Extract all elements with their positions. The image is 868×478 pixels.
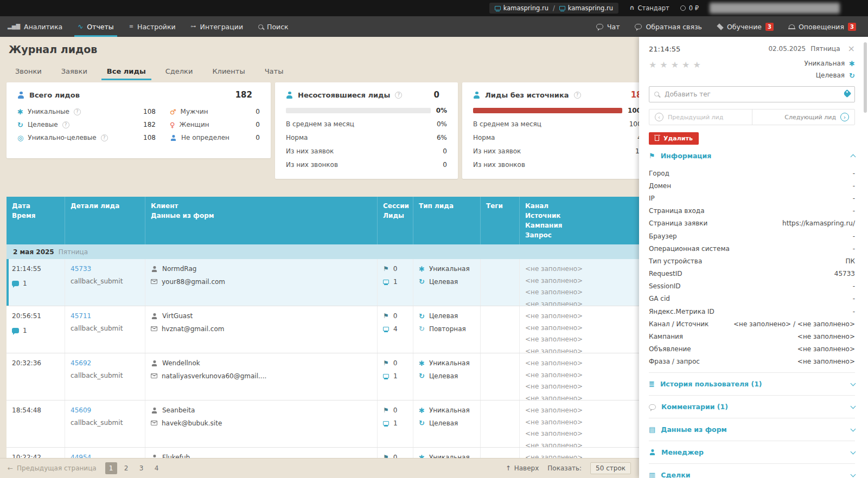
target-icon: ↻ <box>419 372 425 379</box>
nav-item-reports[interactable]: ∿ Отчеты <box>70 16 121 37</box>
field-value: - <box>853 170 855 177</box>
site-icon <box>559 6 565 10</box>
female-icon: ♀ <box>170 121 175 128</box>
section-deals[interactable]: ▥ Сделки <box>649 464 855 478</box>
page-size-select[interactable]: 50 строк <box>590 462 631 474</box>
info-field-row: Яндекс.Метрика ID - <box>649 305 855 318</box>
tab-deals[interactable]: Сделки <box>165 67 193 80</box>
next-circle-icon: › <box>840 113 849 121</box>
section-info[interactable]: ⚑ Информация <box>649 145 855 167</box>
panel-lead-time: 21:14:55 <box>649 45 680 53</box>
help-icon[interactable]: ? <box>74 108 81 115</box>
comment-icon <box>12 328 19 333</box>
bell-icon <box>789 24 795 29</box>
site-secondary[interactable]: kamaspring.ru <box>559 4 613 12</box>
field-label: RequestID <box>649 270 682 277</box>
chevron-down-icon <box>851 380 856 386</box>
star-icon[interactable]: ★ <box>693 60 700 70</box>
tab-clients[interactable]: Клиенты <box>212 67 245 80</box>
prev-lead-button[interactable]: ‹ Предыдущий лид <box>649 109 752 125</box>
help-icon[interactable]: ? <box>101 134 108 141</box>
nav-label: Оповещения <box>799 23 844 31</box>
card-title: Всего лидов <box>29 91 80 99</box>
section-comments[interactable]: Комментарии (1) <box>649 396 855 418</box>
repeat-icon: ↻ <box>419 325 425 332</box>
tags-cell <box>481 401 520 447</box>
next-lead-label: Следующий лид <box>784 114 836 121</box>
nav-item-analytics[interactable]: ▂▅▇ Аналитика <box>0 16 70 37</box>
card-value: 182 <box>235 90 252 100</box>
chevron-down-icon <box>851 426 856 431</box>
tab-calls[interactable]: Звонки <box>15 67 42 80</box>
lead-id-link[interactable]: 45609 <box>71 406 91 414</box>
info-field-row: Браузер - <box>649 230 855 242</box>
failed-leads-icon <box>286 92 293 99</box>
tag-manage-icon[interactable] <box>844 91 850 98</box>
close-icon[interactable]: × <box>848 44 855 53</box>
badge-label: Уникальная <box>804 60 845 67</box>
page-button[interactable]: 4 <box>151 462 163 474</box>
sessions-count: 0 <box>393 453 398 458</box>
section-form-data[interactable]: ▤ Данные из форм <box>649 418 855 441</box>
tags-cell <box>481 353 520 400</box>
star-icon[interactable]: ★ <box>682 60 690 70</box>
nav-item-education[interactable]: Обучение 3 <box>710 16 781 37</box>
lead-type: Целевая <box>429 418 458 429</box>
info-field-row: IP - <box>649 192 855 204</box>
search-icon <box>654 92 659 96</box>
col-header-tags: Теги <box>481 197 520 244</box>
info-field-row: RequestID 45733 <box>649 268 855 280</box>
sessions-count: 0 <box>393 311 398 321</box>
nav-item-feedback[interactable]: Обратная связь <box>627 16 710 37</box>
lead-id-link[interactable]: 45711 <box>71 312 91 320</box>
next-lead-button[interactable]: Следующий лид › <box>752 109 855 125</box>
section-user-history[interactable]: ≣ История пользователя (1) <box>649 373 855 395</box>
help-icon[interactable]: ? <box>574 92 581 99</box>
lead-id-link[interactable]: 45692 <box>71 359 91 367</box>
nav-item-search[interactable]: Поиск <box>251 16 296 37</box>
panel-scrollbar[interactable] <box>864 42 867 113</box>
client-email: nataliyasverkunova60@gmail.... <box>162 371 266 382</box>
site-primary[interactable]: kamaspring.ru <box>495 4 548 12</box>
plan-button[interactable]: ∩ Стандарт <box>629 4 669 12</box>
star-icon[interactable]: ★ <box>671 60 679 70</box>
chevron-down-icon <box>851 471 856 477</box>
chevron-down-icon <box>851 449 856 454</box>
page-button[interactable]: 1 <box>105 462 117 474</box>
page-button[interactable]: 3 <box>136 462 148 474</box>
help-icon[interactable]: ? <box>62 121 69 128</box>
group-date: 2 мая 2025 <box>13 248 54 256</box>
nav-item-settings[interactable]: ≡ Настройки <box>122 16 183 37</box>
page-button[interactable]: 2 <box>120 462 132 474</box>
field-label: Канал / Источник <box>649 320 709 328</box>
stat-value: 108 <box>143 108 156 115</box>
tab-requests[interactable]: Заявки <box>61 67 87 80</box>
help-icon[interactable]: ? <box>395 92 402 99</box>
client-name: Wendellnok <box>162 358 200 369</box>
delete-lead-button[interactable]: Удалить <box>649 132 699 145</box>
balance-button[interactable]: 0 ₽ <box>680 4 699 12</box>
tag-input[interactable] <box>649 86 855 102</box>
field-label: Страница заявки <box>649 219 707 227</box>
site-icon <box>495 6 501 10</box>
lead-id-link[interactable]: 44954 <box>71 454 91 458</box>
star-icon[interactable]: ★ <box>649 60 656 70</box>
lead-form-name: callback_submit <box>71 371 139 381</box>
flag-icon: ⚑ <box>383 454 389 458</box>
person-icon <box>151 313 157 319</box>
nav-item-alerts[interactable]: Оповещения 3 <box>781 16 864 37</box>
tab-chats[interactable]: Чаты <box>265 67 284 80</box>
field-value: - <box>853 182 855 190</box>
nav-item-integrations[interactable]: ⊶ Интеграции <box>183 16 251 37</box>
stats-card-failed: Несостоявшиеся лиды ? 0 0% В среднем за … <box>275 82 458 179</box>
client-email: havek@bubuk.site <box>162 418 222 429</box>
tab-all-leads[interactable]: Все лиды <box>107 67 146 80</box>
to-top-button[interactable]: ↑ Наверх <box>506 464 539 472</box>
section-manager[interactable]: Менеджер <box>649 441 855 463</box>
lead-id-link[interactable]: 45733 <box>71 265 91 273</box>
nav-item-chat[interactable]: Чат <box>589 16 628 37</box>
nav-label: Отчеты <box>87 23 113 31</box>
star-icon[interactable]: ★ <box>660 60 667 70</box>
prev-page-button[interactable]: ← Предыдущая страница <box>8 464 97 472</box>
tags-cell <box>481 306 520 353</box>
